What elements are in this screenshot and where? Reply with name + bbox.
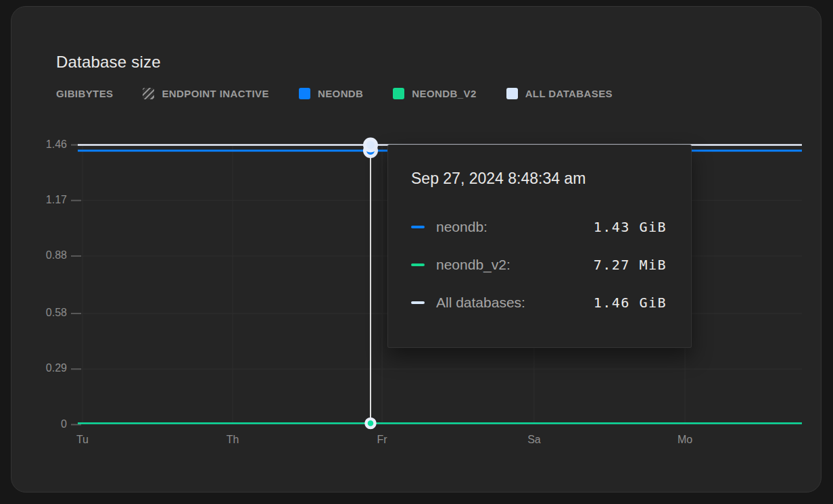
neondb-swatch-icon xyxy=(299,88,310,99)
tooltip-series-label: neondb: xyxy=(436,219,487,235)
database-size-page: Database size GIBIBYTES ENDPOINT INACTIV… xyxy=(0,0,833,504)
y-axis-label: 1.46 xyxy=(24,138,67,151)
legend-item-endpoint-inactive[interactable]: ENDPOINT INACTIVE xyxy=(143,88,268,99)
legend-item-neondb-v2[interactable]: NEONDB_V2 xyxy=(393,88,476,99)
neondb-line-icon xyxy=(411,226,425,228)
tooltip-row-neondb-v2: neondb_v2: 7.27 MiB xyxy=(411,255,667,275)
chart-legend: GIBIBYTES ENDPOINT INACTIVE NEONDB NEOND… xyxy=(56,88,613,99)
y-axis-label: 1.17 xyxy=(24,194,67,206)
tooltip-series-value: 7.27 MiB xyxy=(594,257,667,273)
x-axis-label: Th xyxy=(211,434,254,446)
legend-item-label: ALL DATABASES xyxy=(525,88,613,99)
legend-item-neondb[interactable]: NEONDB xyxy=(299,88,363,99)
y-axis-label: 0.88 xyxy=(24,249,67,261)
chart-tooltip: Sep 27, 2024 8:48:34 am neondb: 1.43 GiB… xyxy=(387,145,692,348)
legend-item-label: NEONDB xyxy=(318,88,363,99)
y-axis-label: 0.58 xyxy=(24,307,67,319)
all-databases-line-icon xyxy=(411,301,425,304)
legend-item-label: ENDPOINT INACTIVE xyxy=(162,88,268,99)
chart-title: Database size xyxy=(56,53,161,72)
tooltip-row-all-databases: All databases: 1.46 GiB xyxy=(411,293,667,313)
neondb-v2-swatch-icon xyxy=(393,88,404,99)
legend-item-all-databases[interactable]: ALL DATABASES xyxy=(506,88,613,99)
legend-item-label: NEONDB_V2 xyxy=(412,88,476,99)
x-axis-label: Tu xyxy=(61,434,104,446)
neondb-v2-line-icon xyxy=(411,263,425,266)
tooltip-row-neondb: neondb: 1.43 GiB xyxy=(411,217,667,237)
y-axis-label: 0 xyxy=(24,418,67,430)
tooltip-series-label: All databases: xyxy=(436,295,525,311)
all-databases-swatch-icon xyxy=(506,88,518,99)
endpoint-inactive-hatch-icon xyxy=(143,88,154,99)
tooltip-timestamp: Sep 27, 2024 8:48:34 am xyxy=(411,168,667,188)
y-axis-label: 0.29 xyxy=(24,362,67,374)
x-axis-label: Sa xyxy=(513,434,556,446)
tooltip-series-value: 1.43 GiB xyxy=(594,219,667,235)
database-size-card: Database size GIBIBYTES ENDPOINT INACTIV… xyxy=(11,6,822,493)
tooltip-series-label: neondb_v2: xyxy=(436,257,510,273)
tooltip-series-value: 1.46 GiB xyxy=(594,295,667,311)
x-axis-label: Mo xyxy=(663,434,707,446)
x-axis-label: Fr xyxy=(360,434,404,446)
legend-unit: GIBIBYTES xyxy=(56,88,113,99)
unit-label: GIBIBYTES xyxy=(56,88,113,99)
